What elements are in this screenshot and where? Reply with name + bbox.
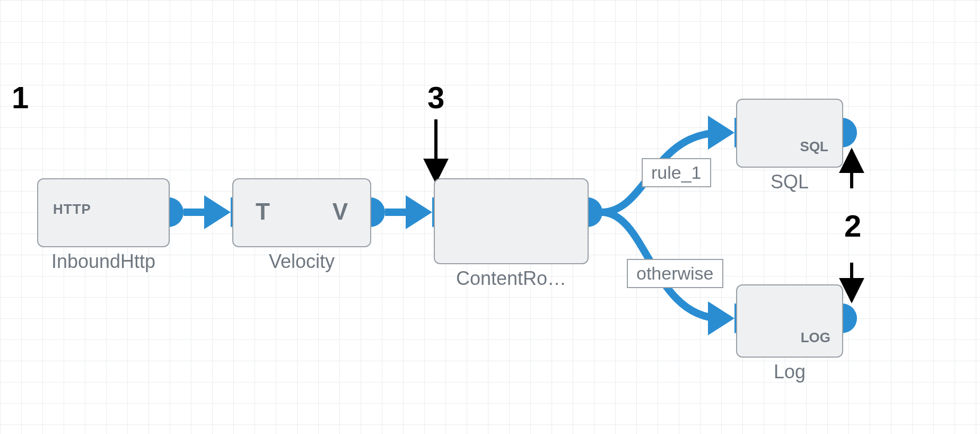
sql-badge: SQL	[800, 138, 828, 155]
node-label: InboundHttp	[51, 250, 155, 273]
http-icon-label: HTTP	[53, 201, 91, 218]
node-sql[interactable]: SQL SQL	[736, 99, 843, 168]
node-label: Velocity	[269, 250, 335, 273]
log-badge: LOG	[801, 329, 830, 346]
node-log[interactable]: LOG Log	[736, 284, 843, 358]
velocity-v: V	[332, 198, 348, 225]
edge-label-rule-1[interactable]: rule_1	[642, 158, 711, 187]
annotation-1: 1	[12, 80, 29, 115]
edge-label-otherwise[interactable]: otherwise	[627, 259, 723, 288]
node-velocity[interactable]: T V Velocity	[232, 178, 371, 247]
velocity-t: T	[256, 198, 270, 225]
node-label: SQL	[771, 171, 809, 193]
annotation-2: 2	[844, 208, 861, 244]
flow-canvas[interactable]: HTTP InboundHttp T V Velocity ContentRo……	[0, 0, 980, 434]
node-label: Log	[774, 361, 806, 383]
node-content-router[interactable]: ContentRo…	[434, 178, 589, 264]
node-inbound-http[interactable]: HTTP InboundHttp	[37, 178, 170, 247]
node-label: ContentRo…	[456, 267, 566, 290]
annotation-3: 3	[427, 80, 444, 115]
